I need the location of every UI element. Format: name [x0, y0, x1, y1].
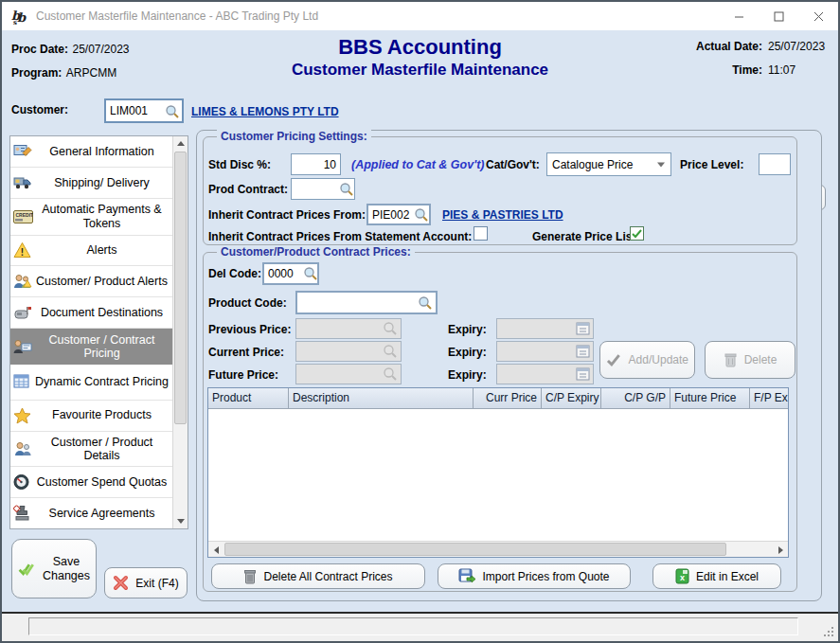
customer-search-icon[interactable]: [165, 104, 180, 119]
scrollbar-thumb[interactable]: [174, 152, 187, 424]
prod-contract-search-icon[interactable]: [339, 182, 354, 197]
sidebar-item-shipping-delivery[interactable]: Shipping/ Delivery: [10, 168, 172, 199]
resize-grip[interactable]: [823, 626, 834, 637]
maximize-button[interactable]: [759, 2, 798, 30]
person-card-icon: [13, 339, 32, 354]
add-update-check-icon: [606, 353, 622, 367]
scroll-left-button[interactable]: [208, 542, 223, 558]
check-icon: [632, 229, 642, 239]
delete-all-label: Delete All Contract Prices: [263, 570, 392, 583]
sidebar-scrollbar[interactable]: [172, 136, 188, 528]
price-level-label: Price Level:: [680, 158, 743, 171]
sidebar-item-general-information[interactable]: General Information: [10, 136, 172, 168]
sidebar-item-service-agreements[interactable]: Service Agreements: [10, 498, 172, 528]
sidebar-item-customer-spend-quotas[interactable]: Customer Spend Quotas: [10, 467, 172, 498]
scrollbar-thumb[interactable]: [224, 543, 726, 556]
svg-text:b: b: [17, 10, 27, 25]
generate-price-list-checkbox[interactable]: [630, 226, 644, 241]
cat-gov-label: Cat/Gov't:: [486, 158, 540, 171]
group-title: Customer Pricing Settings:: [217, 130, 371, 143]
close-button[interactable]: [798, 2, 838, 30]
contract-prices-table[interactable]: Product Description Curr Price C/P Expir…: [207, 387, 789, 558]
column-header-future-price[interactable]: Future Price: [670, 388, 750, 408]
delete-record-icon: [724, 352, 738, 367]
sidebar-item-favourite-products[interactable]: Favourite Products: [10, 401, 172, 432]
inherit-from-account-link[interactable]: PIES & PASTRIES LTD: [442, 208, 563, 222]
future-price-search-icon: [383, 366, 398, 382]
svg-text:CREDIT: CREDIT: [16, 211, 34, 217]
cat-gov-select[interactable]: Catalogue Price: [546, 152, 671, 176]
product-code-search-icon[interactable]: [418, 295, 433, 311]
table-body-empty[interactable]: [208, 409, 788, 541]
sidebar-item-label: Favourite Products: [52, 408, 152, 421]
svg-text:s: s: [13, 18, 17, 26]
current-expiry-label: Expiry:: [448, 346, 487, 359]
time-label: Time:: [732, 63, 762, 77]
minimize-button[interactable]: [719, 2, 759, 30]
import-prices-from-quote-button[interactable]: Import Prices from Quote: [438, 563, 631, 589]
window-title: Customer Masterfile Maintenance - ABC Tr…: [36, 9, 318, 23]
save-changes-button[interactable]: Save Changes: [11, 539, 97, 598]
sidebar-item-customer-contract-pricing[interactable]: Customer / Contract Pricing: [10, 329, 172, 365]
exit-button[interactable]: Exit (F4): [104, 567, 188, 598]
current-expiry-calendar-icon: [576, 344, 591, 359]
customer-row: Customer: LIMES & LEMONS PTY LTD New Acc…: [2, 90, 838, 133]
sidebar-item-label: Customer Spend Quotas: [37, 475, 168, 489]
price-level-input[interactable]: [759, 153, 791, 175]
add-update-label: Add/Update: [629, 353, 688, 366]
sidebar-item-label: Customer / Product Details: [33, 436, 170, 463]
table-header-row[interactable]: Product Description Curr Price C/P Expir…: [208, 388, 788, 409]
previous-expiry-label: Expiry:: [448, 323, 487, 336]
sidebar-item-alerts[interactable]: ! Alerts: [10, 236, 172, 267]
mailbox-icon: [13, 305, 31, 320]
current-price-label: Current Price:: [208, 346, 284, 359]
delete-all-contract-prices-button[interactable]: Delete All Contract Prices: [211, 563, 425, 589]
delete-label: Delete: [744, 353, 777, 366]
column-header-description[interactable]: Description: [289, 388, 474, 408]
current-price-search-icon: [383, 344, 398, 359]
sidebar-nav: General Information Shipping/ Delivery C…: [9, 135, 188, 529]
sidebar-item-label: Dynamic Contract Pricing: [35, 375, 169, 388]
column-header-fp-ex[interactable]: F/P Ex: [750, 388, 788, 408]
future-price-label: Future Price:: [208, 368, 278, 382]
time-value: 11:07: [768, 63, 831, 77]
save-changes-label: Save Changes: [43, 555, 90, 583]
credit-card-icon: CREDIT: [13, 209, 33, 223]
del-code-search-icon[interactable]: [303, 266, 318, 281]
column-header-curr-price[interactable]: Curr Price: [474, 388, 542, 408]
scroll-right-button[interactable]: [773, 542, 788, 558]
inherit-from-search-icon[interactable]: [414, 207, 429, 223]
generate-price-list-label: Generate Price List:: [532, 230, 639, 243]
sidebar-item-document-destinations[interactable]: Document Destinations: [10, 297, 172, 329]
column-header-product[interactable]: Product: [208, 388, 289, 408]
std-disc-input[interactable]: [291, 153, 341, 175]
sidebar-item-customer-product-details[interactable]: Customer / Product Details: [10, 432, 172, 468]
inherit-statement-checkbox[interactable]: [474, 226, 488, 241]
sidebar-item-automatic-payments[interactable]: CREDIT Automatic Payments & Tokens: [10, 199, 172, 236]
std-disc-label: Std Disc %:: [208, 158, 271, 171]
edit-in-excel-button[interactable]: x Edit in Excel: [652, 563, 781, 589]
future-expiry-calendar-icon: [576, 366, 591, 382]
sidebar-item-label: Customer/ Product Alerts: [36, 275, 168, 288]
sidebar-item-customer-product-alerts[interactable]: Customer/ Product Alerts: [10, 266, 172, 297]
sidebar-item-dynamic-contract-pricing[interactable]: Dynamic Contract Pricing: [10, 365, 172, 401]
excel-icon: x: [675, 568, 689, 584]
svg-text:!: !: [21, 247, 24, 258]
column-header-cp-expiry[interactable]: C/P Expiry: [542, 388, 601, 408]
title-bar[interactable]: b b s Customer Masterfile Maintenance - …: [2, 2, 838, 30]
column-header-cp-gp[interactable]: C/P G/P: [601, 388, 670, 408]
scroll-down-button[interactable]: [173, 514, 188, 528]
chevron-down-icon: [657, 162, 665, 167]
pricing-grid-icon: [13, 374, 30, 389]
delete-button[interactable]: Delete: [705, 341, 795, 379]
add-update-button[interactable]: Add/Update: [599, 341, 695, 379]
product-code-input[interactable]: [295, 291, 438, 314]
sidebar-item-label: Customer / Contract Pricing: [33, 333, 170, 361]
people-icon: [13, 441, 32, 456]
gauge-icon: [13, 474, 29, 491]
maximize-icon: [774, 11, 784, 22]
table-horizontal-scrollbar[interactable]: [208, 541, 788, 557]
exit-x-icon: [113, 575, 129, 591]
scroll-up-button[interactable]: [173, 136, 188, 151]
customer-name-link[interactable]: LIMES & LEMONS PTY LTD: [191, 105, 339, 118]
